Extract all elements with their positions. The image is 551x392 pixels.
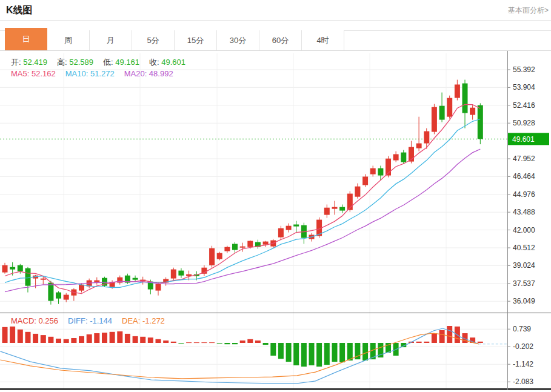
- macd-bar: [186, 342, 192, 343]
- info-field: MACD: 0.256: [11, 316, 58, 325]
- axis-label: 36.049: [513, 297, 535, 305]
- candle: [209, 248, 215, 265]
- candle: [156, 284, 161, 291]
- macd-bar: [71, 338, 76, 343]
- candle: [133, 278, 138, 280]
- info-field: MA5: 52.162: [11, 69, 56, 78]
- macd-bar: [10, 327, 15, 343]
- ohlc-info-bar: 开: 52.419高: 52.589低: 49.161收: 49.601: [11, 57, 195, 68]
- candle: [378, 168, 383, 176]
- macd-bar: [156, 339, 161, 343]
- macd-bar: [309, 343, 315, 365]
- macd-bar: [217, 343, 222, 344]
- tab-日[interactable]: 日: [5, 28, 47, 50]
- candle: [424, 131, 429, 144]
- page-title: K线图: [6, 4, 33, 17]
- candle: [478, 105, 483, 139]
- candle: [416, 144, 422, 148]
- macd-bar: [140, 337, 145, 343]
- candle: [455, 85, 460, 98]
- candle: [401, 153, 406, 162]
- macd-bar: [171, 342, 176, 343]
- axis-label: 53.904: [513, 83, 535, 91]
- current-price-badge-label: 49.601: [512, 135, 535, 144]
- macd-bar: [270, 343, 276, 356]
- axis-label: 55.392: [513, 65, 535, 74]
- candle: [278, 228, 284, 238]
- macd-bar: [447, 326, 452, 343]
- candle: [286, 226, 292, 230]
- macd-bar: [478, 342, 483, 343]
- ma5-line: [5, 104, 480, 293]
- axis-label: -2.083: [513, 377, 533, 386]
- info-field: DEA: -1.272: [122, 316, 165, 325]
- info-field: 低: 49.161: [103, 58, 139, 67]
- axis-label: 40.512: [513, 244, 535, 252]
- candle: [48, 283, 53, 301]
- candle: [339, 207, 345, 211]
- candle: [25, 268, 31, 286]
- macd-bar: [18, 330, 23, 343]
- info-field: 收: 49.601: [149, 58, 185, 67]
- macd-bar: [194, 342, 199, 343]
- candle: [64, 295, 69, 300]
- candle: [10, 267, 15, 270]
- macd-bar: [148, 337, 153, 343]
- macd-bar: [278, 343, 284, 359]
- ma-info-bar: MA5: 52.162MA10: 51.272MA20: 48.992: [11, 69, 183, 78]
- tab-15分[interactable]: 15分: [175, 30, 217, 50]
- macd-bar: [117, 331, 122, 343]
- axis-label: -0.202: [513, 342, 533, 351]
- candle: [247, 241, 253, 247]
- macd-bar: [432, 333, 437, 343]
- macd-bar: [178, 343, 184, 344]
- candle: [41, 279, 46, 280]
- macd-bar: [224, 343, 230, 344]
- candle: [439, 106, 445, 120]
- candle: [370, 168, 376, 174]
- tab-月[interactable]: 月: [90, 30, 132, 50]
- info-field: 高: 52.589: [57, 58, 93, 67]
- axis-label: 50.928: [513, 119, 535, 127]
- macd-bar: [286, 343, 292, 362]
- candle: [355, 187, 360, 197]
- info-field: 开: 52.419: [11, 58, 47, 67]
- macd-info-bar: MACD: 0.256DIFF: -1.144DEA: -1.272: [11, 316, 175, 325]
- macd-bar: [324, 343, 330, 365]
- macd-bar: [94, 333, 99, 343]
- macd-bar: [79, 336, 84, 343]
- candle: [94, 281, 99, 282]
- axis-label: 44.976: [513, 190, 535, 199]
- macd-bar: [64, 339, 69, 343]
- macd-bar: [56, 339, 61, 343]
- candle: [362, 177, 368, 185]
- macd-bar: [110, 332, 115, 343]
- candle: [217, 253, 222, 259]
- tab-30分[interactable]: 30分: [217, 30, 259, 50]
- macd-bar: [316, 343, 322, 367]
- axis-label: 42.000: [513, 226, 535, 234]
- candle: [470, 108, 475, 115]
- axis-label: 47.952: [513, 154, 535, 163]
- tab-周[interactable]: 周: [47, 30, 90, 50]
- candle: [447, 98, 452, 117]
- interval-tab-bar: 日周月5分15分30分60分4时: [0, 30, 551, 51]
- tab-60分[interactable]: 60分: [259, 30, 302, 50]
- fundamental-analysis-link[interactable]: 基本面分析>: [508, 5, 549, 16]
- macd-bar: [125, 334, 130, 343]
- candle: [56, 293, 61, 299]
- macd-bar: [163, 341, 169, 343]
- tab-5分[interactable]: 5分: [132, 30, 175, 50]
- macd-bar: [339, 343, 345, 362]
- axis-label: 46.464: [513, 172, 535, 181]
- macd-bar: [293, 343, 299, 365]
- diff-line: [0, 328, 478, 384]
- macd-bar: [301, 343, 307, 367]
- macd-bar: [102, 333, 107, 343]
- ma20-line: [5, 149, 480, 291]
- macd-bar: [25, 332, 31, 343]
- macd-bar: [416, 342, 422, 343]
- macd-bar: [48, 337, 53, 343]
- tab-4时[interactable]: 4时: [302, 30, 344, 50]
- ma10-line: [5, 119, 480, 288]
